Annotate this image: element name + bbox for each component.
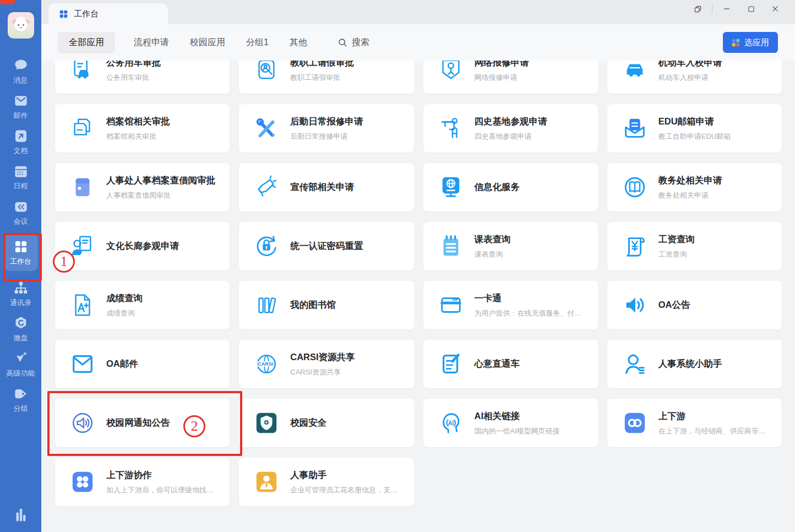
ai-head-icon: AI	[438, 410, 464, 436]
filter-tab[interactable]: 全部应用	[58, 32, 115, 53]
repair-tools-icon	[254, 116, 279, 141]
stats-icon[interactable]	[13, 507, 29, 523]
app-card[interactable]: 教务处相关申请教务处相关申请	[607, 163, 782, 211]
sidebar-nav: 消息邮件文档日程会议工作台通讯录微盘高级功能分组	[4, 48, 38, 412]
app-card[interactable]: 上下游在上下游，与经销商、供应商等…	[607, 399, 782, 447]
select-app-button[interactable]: 选应用	[723, 32, 778, 53]
sidebar-item-doc[interactable]: 文档	[4, 128, 38, 154]
sidebar-item-contacts[interactable]: 通讯录	[4, 280, 38, 306]
app-title: 心意直通车	[475, 358, 520, 370]
restore-window-icon[interactable]	[685, 0, 710, 18]
controls-separator	[712, 5, 712, 13]
archive-box-icon	[70, 175, 95, 200]
app-card[interactable]: OA邮件	[55, 340, 230, 388]
tab-title: 工作台	[74, 9, 99, 19]
app-card[interactable]: AIAI相关链接国内的一些AI模型网页链接	[423, 399, 598, 447]
app-card-texts: 人事系统小助手	[658, 358, 722, 370]
app-card[interactable]: 人事系统小助手	[607, 340, 782, 388]
app-card[interactable]: 统一认证密码重置	[239, 222, 413, 270]
app-card[interactable]: 机动车入校申请机动车入校申请	[607, 61, 782, 94]
app-card[interactable]: 上下游协作加入上下游后，你可以便捷地找…	[55, 458, 230, 506]
search-box[interactable]: 搜索	[338, 37, 369, 48]
board-person-icon	[438, 116, 464, 141]
tab-workbench[interactable]: 工作台	[48, 3, 168, 24]
sidebar-item-meeting[interactable]: 会议	[4, 198, 38, 225]
calendar-icon	[13, 163, 29, 180]
maximize-icon[interactable]	[739, 0, 763, 18]
app-card-texts: 教职工请假审批教职工请假审批	[290, 61, 354, 83]
app-subtitle: 企业可管理员工花名册信息，支…	[290, 485, 398, 495]
sidebar-item-label: 消息	[14, 77, 28, 84]
filter-tab[interactable]: 校园应用	[188, 32, 227, 53]
app-card[interactable]: OA公告	[607, 281, 782, 329]
app-card[interactable]: 校园安全	[239, 399, 413, 447]
app-title: 课表查询	[475, 234, 511, 246]
filter-tab[interactable]: 其他	[287, 32, 309, 53]
app-title: OA邮件	[106, 358, 138, 370]
app-subtitle: 机动车入校申请	[658, 73, 722, 83]
app-card-texts: 档案馆相关审批档案馆相关审批	[106, 116, 170, 142]
app-card[interactable]: EDU邮箱申请教工自助申请EDU邮箱	[607, 104, 782, 153]
app-card[interactable]: 校园网通知公告	[55, 399, 230, 447]
app-card[interactable]: 心意直通车	[423, 340, 598, 388]
app-title: OA公告	[658, 299, 690, 311]
app-card[interactable]: 宣传部相关申请	[239, 163, 413, 211]
filter-tab[interactable]: 分组1	[244, 32, 271, 53]
app-card[interactable]: 工资查询工资查询	[607, 222, 782, 270]
shield-dark-icon	[254, 410, 279, 436]
close-icon[interactable]	[763, 0, 787, 18]
app-title: 网络报修申请	[475, 61, 529, 69]
app-card[interactable]: 档案馆相关审批档案馆相关审批	[55, 104, 230, 153]
sidebar-item-tag[interactable]: 分组	[4, 386, 38, 412]
app-card[interactable]: 一卡通为用户提供：在线充值服务、付…	[423, 281, 598, 329]
search-icon	[338, 38, 347, 47]
app-subtitle: 网络报修申请	[475, 73, 529, 83]
sidebar-item-calendar[interactable]: 日程	[4, 163, 38, 189]
app-card-texts: 教务处相关申请教务处相关申请	[658, 175, 722, 200]
advanced-icon	[13, 350, 29, 367]
app-card-texts: 校园安全	[290, 417, 326, 429]
app-card[interactable]: 后勤日常报修申请后勤日常报修申请	[239, 104, 413, 153]
app-card[interactable]: 人事处人事档案查借阅审批人事档案查借阅审批	[55, 163, 230, 211]
sidebar-item-mail[interactable]: 邮件	[4, 93, 38, 119]
minimize-icon[interactable]	[715, 0, 739, 18]
app-subtitle: 国内的一些AI模型网页链接	[475, 426, 560, 436]
sidebar-item-advanced[interactable]: 高级功能	[4, 350, 38, 377]
app-card[interactable]: 人事助手企业可管理员工花名册信息，支…	[239, 458, 413, 506]
bank-card-icon	[438, 292, 464, 318]
app-card[interactable]: 课表查询课表查询	[423, 222, 598, 270]
app-title: 校园安全	[290, 417, 326, 429]
app-card[interactable]: 四史基地参观申请四史基地参观申请	[423, 104, 598, 153]
filter-tab[interactable]: 流程申请	[132, 32, 171, 53]
app-card[interactable]: 信息化服务	[423, 163, 598, 211]
sidebar-item-drive[interactable]: 微盘	[4, 315, 38, 341]
app-card[interactable]: CARSICARSI资源共享CARSI资源共享	[239, 340, 413, 388]
app-card[interactable]: 网络报修申请网络报修申请	[423, 61, 598, 94]
sidebar-item-label: 高级功能	[7, 370, 35, 377]
app-card[interactable]: 教职工请假审批教职工请假审批	[239, 61, 413, 94]
books-icon	[254, 292, 279, 318]
monitor-globe-icon	[438, 175, 464, 200]
app-card[interactable]: 文化长廊参观申请	[55, 222, 230, 270]
corner-red-blob	[0, 0, 15, 4]
app-card[interactable]: 成绩查询成绩查询	[55, 281, 230, 329]
app-subtitle: CARSI资源共享	[290, 367, 355, 377]
select-app-label: 选应用	[744, 37, 769, 48]
sidebar-item-label: 会议	[14, 218, 28, 225]
app-subtitle: 教务处相关申请	[658, 191, 722, 200]
app-title: 人事助手	[290, 469, 398, 481]
app-card-texts: 我的图书馆	[290, 299, 336, 311]
sidebar-item-label: 日程	[14, 182, 28, 189]
app-title: 四史基地参观申请	[475, 116, 547, 128]
sidebar-item-chat[interactable]: 消息	[4, 57, 38, 84]
window-titlebar: 工作台	[41, 0, 795, 24]
sidebar-item-label: 微盘	[14, 334, 28, 341]
contacts-icon	[13, 280, 29, 296]
user-avatar[interactable]	[8, 12, 34, 39]
app-card[interactable]: 我的图书馆	[239, 281, 413, 329]
sidebar-item-grid[interactable]: 工作台	[4, 234, 38, 271]
app-card[interactable]: 公务用车审批公务用车审批	[55, 61, 230, 94]
lock-refresh-icon	[254, 234, 279, 259]
app-subtitle: 在上下游，与经销商、供应商等…	[658, 426, 766, 436]
search-label: 搜索	[352, 37, 369, 48]
